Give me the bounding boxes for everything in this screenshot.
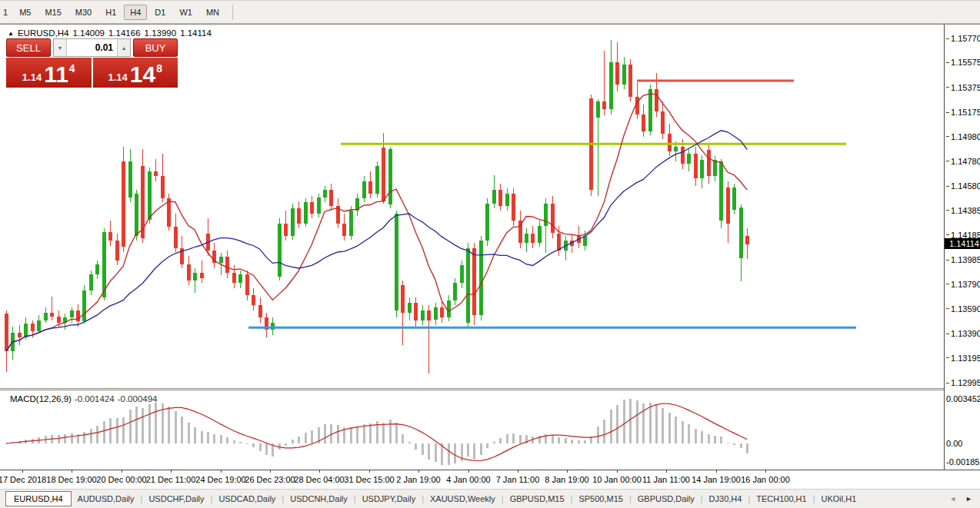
low-value: 1.13990: [145, 28, 177, 38]
sell-price-display[interactable]: 1.14 11 4: [6, 58, 92, 88]
time-scale[interactable]: 17 Dec 201818 Dec 19:0020 Dec 00:0021 De…: [0, 470, 980, 489]
candle-body: [421, 310, 425, 320]
candle-body: [551, 204, 555, 234]
sell-button[interactable]: SELL: [6, 38, 51, 57]
candle-body: [427, 310, 431, 320]
timeframe-button-W1[interactable]: W1: [173, 5, 198, 20]
candle-body: [37, 320, 41, 332]
timeframe-button-H1[interactable]: H1: [99, 5, 122, 20]
buy-price-display[interactable]: 1.14 14 8: [93, 58, 178, 88]
time-tick-mark: [270, 470, 271, 473]
buy-button[interactable]: BUY: [133, 38, 178, 57]
high-value: 1.14166: [108, 28, 141, 38]
candle-body: [219, 257, 223, 263]
timeframe-button-MN[interactable]: MN: [200, 5, 225, 20]
candle-body: [388, 149, 392, 205]
timeframe-button-1[interactable]: 1: [1, 5, 12, 20]
macd-bar: [727, 443, 729, 443]
candle-body: [382, 148, 385, 201]
chart-tab-gbpusd-daily[interactable]: GBPUSD,Daily: [632, 492, 701, 506]
chart-tab-usdcad-daily[interactable]: USDCAD,Daily: [212, 492, 282, 506]
macd-bar: [148, 404, 151, 443]
chart-tab-gbpusd-m15[interactable]: GBPUSD,M15: [504, 492, 571, 506]
chart-tab-eurusd-h4[interactable]: EURUSD,H4: [5, 491, 72, 506]
macd-bar: [603, 420, 605, 444]
candle-body: [362, 181, 366, 199]
macd-bar: [201, 431, 203, 443]
time-tick-mark: [765, 470, 766, 473]
sell-price-handle: 1.14: [22, 71, 42, 83]
candle-body: [395, 214, 398, 310]
price-tick-label: 1.14385: [946, 206, 980, 215]
close-value: 1.14114: [180, 28, 212, 38]
timeframe-toolbar: 1M5M15M30H1H4D1W1MN: [0, 0, 980, 24]
candle-body: [707, 150, 711, 176]
macd-bar: [668, 413, 671, 443]
timeframe-button-M5[interactable]: M5: [13, 5, 37, 20]
volume-increase-icon[interactable]: ▲: [117, 39, 130, 56]
time-tick-label: 31 Dec 15:00: [344, 475, 394, 484]
candle-body: [76, 310, 80, 322]
price-tick-label: 1.14980: [946, 132, 980, 141]
macd-bar: [259, 443, 262, 451]
chart-tab-ukoil-h1[interactable]: UKOil,H1: [815, 492, 863, 506]
candle-body: [368, 181, 372, 194]
volume-decrease-icon[interactable]: ▼: [54, 39, 67, 56]
macd-bar: [135, 407, 138, 443]
time-tick-label: 2 Jan 19:00: [396, 475, 441, 484]
tab-scroll-left-icon[interactable]: ◄: [949, 495, 956, 503]
macd-bar: [382, 423, 385, 443]
macd-bar: [71, 433, 73, 443]
timeframe-button-D1[interactable]: D1: [148, 5, 172, 20]
time-tick-mark: [617, 470, 618, 473]
volume-input[interactable]: [67, 39, 117, 56]
macd-bar: [571, 440, 573, 443]
oneclick-collapse-icon[interactable]: ▲: [8, 30, 14, 37]
chart-tab-usdjpy-daily[interactable]: USDJPY,Daily: [356, 492, 422, 506]
macd-bar: [246, 443, 248, 444]
macd-bar: [311, 430, 313, 443]
buy-price-point: 8: [156, 62, 162, 75]
candle-body: [122, 161, 125, 247]
macd-bar: [129, 410, 132, 444]
volume-stepper: ▼ ▲: [53, 38, 131, 57]
timeframe-button-H4[interactable]: H4: [124, 5, 147, 20]
chart-tab-sp500-m15[interactable]: SP500,M15: [572, 492, 628, 506]
time-tick-label: 4 Jan 00:00: [446, 475, 491, 484]
macd-bar: [688, 424, 690, 443]
price-tick-mark: [946, 38, 949, 39]
macd-bar: [220, 435, 222, 443]
macd-signal-value: -0.000494: [118, 394, 158, 403]
candle-body: [349, 211, 353, 235]
macd-bar: [142, 408, 144, 443]
macd-bar: [584, 440, 586, 443]
price-tick-label: 1.13590: [946, 304, 980, 314]
candle-body: [161, 176, 165, 198]
candle-body: [726, 188, 730, 224]
chart-tab-audusd-daily[interactable]: AUDUSD,Daily: [72, 492, 141, 506]
time-tick-mark: [567, 470, 568, 473]
time-tick-label: 18 Dec 19:00: [46, 475, 96, 484]
candle-body: [238, 274, 242, 283]
price-tick-mark: [946, 260, 949, 261]
chart-tab-usdchf-daily[interactable]: USDCHF,Daily: [142, 492, 210, 506]
chart-tab-usdcnh-daily[interactable]: USDCNH,Daily: [284, 492, 354, 506]
time-tick-mark: [518, 470, 518, 473]
chart-tab-tech100-h1[interactable]: TECH100,H1: [750, 492, 812, 506]
time-tick-mark: [22, 470, 23, 473]
candle-body: [317, 198, 321, 214]
tab-scroll-right-icon[interactable]: ►: [965, 495, 972, 503]
macd-bar: [714, 436, 716, 443]
candle-body: [434, 307, 438, 320]
macd-bar: [701, 431, 703, 443]
timeframe-button-M30[interactable]: M30: [69, 5, 98, 20]
candle-body: [713, 160, 717, 176]
chart-tab-xauusd-weekly[interactable]: XAUUSD,Weekly: [424, 492, 502, 506]
macd-bar: [415, 443, 417, 450]
macd-bar: [733, 443, 735, 445]
chart-tab-dj30-h4[interactable]: DJ30,H4: [703, 492, 748, 506]
macd-bar: [695, 429, 697, 443]
fast-ma-line: [6, 94, 747, 351]
timeframe-button-M15[interactable]: M15: [38, 5, 67, 20]
macd-bar: [265, 443, 268, 455]
